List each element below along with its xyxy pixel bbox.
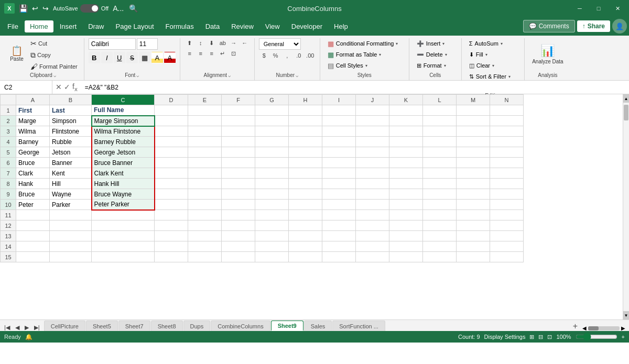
cell-empty[interactable] (423, 147, 457, 158)
cell-empty[interactable] (423, 189, 457, 200)
cell-a10[interactable]: Peter (16, 200, 50, 210)
add-sheet-button[interactable]: + (570, 322, 581, 331)
cell-c14[interactable] (92, 241, 155, 252)
cell-empty[interactable] (289, 179, 322, 189)
cell-empty[interactable] (356, 200, 389, 210)
cell-empty[interactable] (188, 241, 222, 252)
right-align-button[interactable]: ≡ (207, 49, 217, 58)
scroll-track[interactable] (623, 103, 629, 311)
menu-formulas[interactable]: Formulas (160, 20, 199, 32)
share-button[interactable]: ↑ Share (577, 20, 610, 32)
cell-empty[interactable] (255, 126, 289, 137)
format-painter-button[interactable]: 🖌 Format Painter (28, 61, 80, 72)
col-header-h[interactable]: H (289, 95, 322, 105)
cell-empty[interactable] (356, 168, 389, 179)
cell-c11[interactable] (92, 210, 155, 220)
indent-increase-button[interactable]: → (229, 38, 239, 48)
autosum-button[interactable]: Σ AutoSum ▾ (466, 38, 520, 49)
sheet-tab-dups[interactable]: Dups (183, 321, 211, 331)
col-header-g[interactable]: G (255, 95, 289, 105)
cell-empty[interactable] (255, 210, 289, 220)
cell-c15[interactable] (92, 252, 155, 262)
cell-c9[interactable]: Bruce Wayne (92, 189, 155, 200)
cell-empty[interactable] (289, 137, 322, 147)
cell-c12[interactable] (92, 220, 155, 231)
cell-empty[interactable] (289, 241, 322, 252)
sort-filter-button[interactable]: ⇅ Sort & Filter ▾ (466, 71, 520, 82)
cell-empty[interactable] (155, 220, 188, 231)
cell-empty[interactable] (356, 241, 389, 252)
cell-empty[interactable] (222, 105, 255, 116)
cell-empty[interactable] (457, 158, 490, 168)
strikethrough-button[interactable]: S̶ (126, 52, 138, 63)
col-header-i[interactable]: I (322, 95, 356, 105)
cell-empty[interactable] (389, 220, 423, 231)
row-number[interactable]: 10 (1, 200, 16, 210)
cell-empty[interactable] (490, 241, 524, 252)
delete-button[interactable]: ➖ Delete ▾ (414, 49, 450, 60)
cell-empty[interactable] (322, 137, 356, 147)
cell-empty[interactable] (457, 168, 490, 179)
row-number[interactable]: 6 (1, 158, 16, 168)
cell-empty[interactable] (222, 200, 255, 210)
cell-empty[interactable] (423, 126, 457, 137)
cell-b13[interactable] (50, 231, 92, 241)
cell-empty[interactable] (255, 179, 289, 189)
cell-a2[interactable]: Marge (16, 116, 50, 126)
analyze-data-button[interactable]: 📊 Analyze Data (529, 38, 566, 70)
cell-c4[interactable]: Barney Rubble (92, 137, 155, 147)
cell-empty[interactable] (356, 210, 389, 220)
cell-a8[interactable]: Hank (16, 179, 50, 189)
cell-empty[interactable] (322, 200, 356, 210)
h-scroll-thumb[interactable] (588, 326, 599, 330)
cell-b3[interactable]: Flintstone (50, 126, 92, 137)
cell-empty[interactable] (322, 252, 356, 262)
cell-a7[interactable]: Clark (16, 168, 50, 179)
cell-empty[interactable] (155, 241, 188, 252)
cell-empty[interactable] (222, 252, 255, 262)
page-view-button[interactable]: ⊡ (547, 334, 552, 340)
cell-empty[interactable] (389, 126, 423, 137)
cell-empty[interactable] (389, 210, 423, 220)
cell-empty[interactable] (322, 179, 356, 189)
tab-prev-button[interactable]: ◀ (13, 324, 21, 331)
cell-empty[interactable] (423, 137, 457, 147)
tab-last-button[interactable]: ▶| (32, 324, 42, 331)
cell-empty[interactable] (389, 137, 423, 147)
cell-empty[interactable] (255, 168, 289, 179)
col-header-f[interactable]: F (222, 95, 255, 105)
orientation-button[interactable]: ab (218, 38, 228, 48)
cell-empty[interactable] (490, 210, 524, 220)
cell-empty[interactable] (155, 126, 188, 137)
cell-a1[interactable]: First (16, 105, 50, 116)
restore-btn[interactable]: □ (591, 3, 606, 14)
cell-empty[interactable] (155, 200, 188, 210)
cell-empty[interactable] (356, 126, 389, 137)
cell-empty[interactable] (457, 116, 490, 126)
fill-button[interactable]: ⬇ Fill ▾ (466, 49, 520, 60)
italic-button[interactable]: I (101, 52, 113, 63)
zoom-in-button[interactable]: + (622, 334, 625, 340)
cell-c10[interactable]: Peter Parker (92, 200, 155, 210)
cell-empty[interactable] (155, 137, 188, 147)
cell-empty[interactable] (222, 231, 255, 241)
cell-b2[interactable]: Simpson (50, 116, 92, 126)
cell-empty[interactable] (423, 241, 457, 252)
bold-button[interactable]: B (89, 52, 100, 63)
redo-btn[interactable]: ↪ (41, 3, 50, 14)
scroll-up-button[interactable]: ▲ (623, 94, 629, 103)
format-button[interactable]: ⊞ Format ▾ (414, 60, 450, 71)
cell-empty[interactable] (322, 158, 356, 168)
cell-empty[interactable] (389, 200, 423, 210)
sheet-tab-sales[interactable]: Sales (304, 321, 332, 331)
cell-a11[interactable] (16, 210, 50, 220)
cell-empty[interactable] (222, 137, 255, 147)
col-header-a[interactable]: A (16, 95, 50, 105)
cell-empty[interactable] (255, 105, 289, 116)
cell-empty[interactable] (222, 179, 255, 189)
cell-empty[interactable] (322, 116, 356, 126)
middle-align-button[interactable]: ↕ (196, 38, 206, 48)
conditional-formatting-button[interactable]: ▦ Conditional Formatting ▾ (324, 38, 402, 49)
cell-empty[interactable] (457, 210, 490, 220)
cell-c5[interactable]: George Jetson (92, 147, 155, 158)
